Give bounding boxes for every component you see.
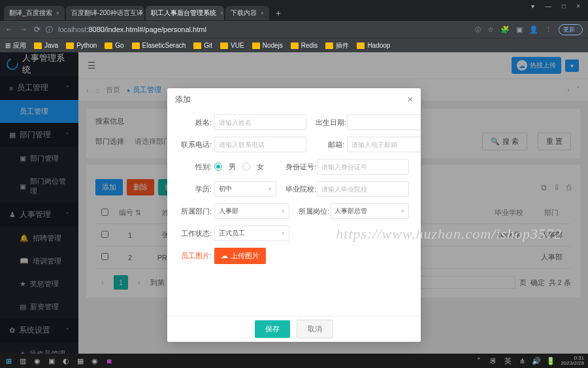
bookmark-folder[interactable]: ElaseticSerach: [132, 42, 186, 49]
ime-icon[interactable]: 英: [503, 356, 512, 365]
upload-button[interactable]: ☁上传图片: [214, 248, 266, 264]
browser-tab-active[interactable]: 职工人事后台管理系统×: [146, 6, 224, 20]
status-label: 工作状态:: [179, 229, 212, 239]
profile-icon[interactable]: 👤: [529, 25, 538, 34]
edu-select[interactable]: 初中▾: [214, 181, 276, 197]
chevron-down-icon: ▾: [282, 208, 285, 214]
update-button[interactable]: 更新 :: [559, 24, 583, 35]
close-icon[interactable]: ×: [408, 94, 413, 105]
edu-label: 学历:: [179, 184, 212, 194]
birth-input[interactable]: [347, 114, 421, 130]
menu-icon[interactable]: ⋮: [545, 25, 552, 34]
bookmark-folder[interactable]: VUE: [220, 42, 244, 49]
folder-icon: [193, 42, 201, 49]
modal-title: 添加: [175, 94, 191, 105]
browser-tab[interactable]: 翻译_百度搜索×: [4, 6, 65, 20]
clock[interactable]: 0:31 2023/2/28: [561, 356, 584, 366]
start-icon[interactable]: ⊞: [4, 356, 13, 365]
volume-icon[interactable]: 🔊: [532, 356, 541, 365]
task-icon[interactable]: ▣: [47, 356, 56, 365]
dept-select[interactable]: 人事部▾: [214, 203, 289, 219]
task-icon[interactable]: ◐: [61, 356, 71, 365]
tray-chevron-icon[interactable]: ˄: [474, 356, 483, 365]
folder-icon: [357, 42, 365, 49]
ext-icon[interactable]: ▣: [516, 25, 523, 34]
folder-icon: [34, 42, 42, 49]
modal-overlay[interactable]: 添加 × 姓名: 出生日期: 联系电话: 邮箱: 性别: 男 女 身份证号:: [0, 52, 588, 354]
folder-icon: [252, 42, 260, 49]
win-restore[interactable]: ▾: [531, 3, 534, 10]
add-modal: 添加 × 姓名: 出生日期: 联系电话: 邮箱: 性别: 男 女 身份证号:: [167, 88, 421, 342]
task-icon[interactable]: ▥: [18, 356, 27, 365]
birth-label: 出生日期:: [316, 118, 344, 127]
browser-tab[interactable]: 百度翻译-200种语言互译、海量×: [66, 6, 144, 20]
site-info-icon[interactable]: ⓘ: [46, 25, 53, 35]
win-close[interactable]: ×: [576, 3, 580, 10]
email-input[interactable]: [347, 137, 421, 152]
idcard-label: 身份证号:: [286, 162, 314, 172]
tray-icon[interactable]: ⛨: [489, 356, 498, 365]
bookmark-folder[interactable]: 插件: [325, 41, 349, 50]
school-label: 毕业院校:: [286, 184, 314, 194]
status-select[interactable]: 正式员工▾: [214, 226, 289, 241]
back-icon[interactable]: ←: [5, 25, 13, 34]
close-icon[interactable]: ×: [56, 10, 59, 16]
folder-icon: [132, 42, 140, 49]
url-field[interactable]: localhost:8080/index.html#/page/personal…: [58, 25, 470, 33]
chevron-down-icon: ▾: [282, 230, 285, 237]
cloud-upload-icon: ☁: [221, 252, 228, 260]
school-input[interactable]: [317, 181, 409, 197]
close-icon[interactable]: ×: [220, 10, 223, 16]
bookmarks-bar: ⊞应用 Java Python Go ElaseticSerach Git VU…: [0, 38, 588, 52]
bookmark-folder[interactable]: Redis: [291, 42, 318, 49]
reload-icon[interactable]: ⟳: [34, 25, 41, 34]
idcard-input[interactable]: [317, 159, 409, 175]
save-button[interactable]: 保存: [255, 320, 290, 338]
folder-icon: [66, 42, 74, 49]
email-label: 邮箱:: [316, 140, 344, 150]
forward-icon[interactable]: →: [20, 25, 27, 34]
task-icon[interactable]: ◙: [105, 356, 114, 365]
name-input[interactable]: [214, 114, 306, 130]
browser-tabs: 翻译_百度搜索× 百度翻译-200种语言互译、海量× 职工人事后台管理系统× 下…: [0, 5, 588, 21]
translate-icon[interactable]: ⦾: [475, 25, 481, 34]
bookmark-folder[interactable]: Nodejs: [252, 42, 283, 49]
bookmark-folder[interactable]: Java: [34, 42, 58, 49]
cancel-button[interactable]: 取消: [297, 320, 333, 339]
task-icon[interactable]: ◉: [33, 356, 42, 365]
name-label: 姓名:: [179, 118, 212, 127]
chevron-down-icon: ▾: [269, 186, 272, 192]
apps-bookmark[interactable]: ⊞应用: [5, 41, 26, 50]
modal-footer: 保存 取消: [167, 316, 421, 342]
task-icon[interactable]: ▦: [76, 356, 85, 365]
gender-female-radio[interactable]: [242, 163, 250, 171]
folder-icon: [105, 42, 112, 49]
chevron-down-icon: ▾: [401, 208, 404, 214]
folder-icon: [325, 42, 333, 49]
battery-icon[interactable]: 🔋: [546, 356, 555, 365]
pos-select[interactable]: 人事部总管▾: [330, 203, 409, 219]
apps-icon: ⊞: [5, 42, 10, 49]
pos-label: 所属岗位:: [299, 207, 327, 216]
win-min[interactable]: —: [545, 3, 551, 10]
bookmark-folder[interactable]: Go: [105, 42, 123, 49]
modal-header: 添加 ×: [167, 88, 421, 110]
ext-icon[interactable]: 🧩: [500, 25, 510, 34]
phone-input[interactable]: [214, 137, 306, 152]
new-tab-button[interactable]: +: [270, 8, 286, 18]
win-max[interactable]: □: [562, 3, 566, 10]
wifi-icon[interactable]: ⋔: [517, 356, 527, 365]
close-icon[interactable]: ×: [261, 10, 264, 16]
window-titlebar: [0, 0, 588, 5]
folder-icon: [220, 42, 228, 49]
gender-male-radio[interactable]: [214, 163, 222, 171]
photo-label: 员工图片:: [179, 251, 212, 261]
bookmark-folder[interactable]: Python: [66, 42, 97, 49]
gender-label: 性别:: [179, 162, 212, 172]
star-icon[interactable]: ☆: [487, 25, 494, 34]
chrome-icon[interactable]: ◉: [90, 356, 99, 365]
browser-tab[interactable]: 下载内容×: [225, 6, 269, 20]
bookmark-folder[interactable]: Git: [193, 42, 212, 49]
bookmark-folder[interactable]: Hadoop: [357, 42, 390, 49]
window-controls: ▾ — □ ×: [523, 0, 588, 12]
